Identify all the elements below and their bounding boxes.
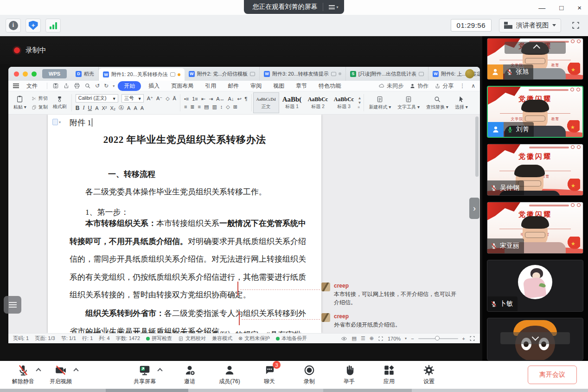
- superscript-button[interactable]: X²: [102, 105, 107, 111]
- comment-card-1[interactable]: creep 本市转接，可以网上转接，不开介绍信，也可以开介绍信。: [321, 283, 466, 307]
- style-heading3[interactable]: AaBbCc 标题 3: [331, 92, 357, 113]
- unmute-button[interactable]: 解除静音: [11, 364, 35, 386]
- invite-button[interactable]: 邀请: [178, 364, 202, 386]
- zoom-out-button[interactable]: −: [411, 336, 414, 341]
- document-area[interactable]: ▾ 附件 1 2022 年毕业生党员组织关系转移办法 一、转移流程 各二级党委具…: [8, 115, 480, 333]
- close-button[interactable]: ×: [577, 4, 582, 12]
- align-center-button[interactable]: ≣: [190, 104, 194, 110]
- menu-mailings[interactable]: 邮件: [224, 81, 243, 91]
- zoom-slider-knob[interactable]: [435, 336, 440, 341]
- export-icon[interactable]: [63, 83, 70, 89]
- style-heading2[interactable]: AaBbCc 标题 2: [305, 92, 331, 113]
- eye-protect-icon[interactable]: [341, 335, 347, 342]
- wps-fullscreen-icon[interactable]: [469, 335, 475, 341]
- apps-button[interactable]: 应用: [377, 364, 401, 386]
- video-tile-zhangxu[interactable]: 党徽闪耀 文学院2022教育 ★ 张旭: [487, 38, 583, 80]
- page-settings-icon[interactable]: ▾: [52, 119, 61, 125]
- protection-status[interactable]: ⊗文档未保护: [238, 335, 270, 342]
- shading-button[interactable]: ◇: [226, 104, 230, 110]
- settings-button[interactable]: 设置: [417, 364, 441, 386]
- web-view-icon[interactable]: ⊕: [370, 335, 374, 341]
- distribute-button[interactable]: ▥: [212, 104, 217, 110]
- print-icon[interactable]: [74, 83, 80, 89]
- menu-section[interactable]: 章节: [292, 81, 311, 91]
- sort-button[interactable]: A↓: [228, 96, 234, 102]
- select-button[interactable]: 选择 ▾: [452, 92, 471, 113]
- video-tile-bumin[interactable]: 卜敏: [487, 260, 583, 312]
- chevron-down-icon[interactable]: ▾: [113, 84, 115, 88]
- find-replace-button[interactable]: 查找替换 ▾: [423, 92, 452, 113]
- new-style-button[interactable]: 新建样式 ▾: [365, 92, 394, 113]
- network-status-button[interactable]: [45, 19, 61, 32]
- spell-check-button[interactable]: 拼写检查: [146, 335, 172, 342]
- fit-page-icon[interactable]: [378, 336, 383, 341]
- shrink-font-button[interactable]: A⁻: [156, 96, 162, 102]
- highlight-button[interactable]: A: [127, 105, 130, 111]
- tab-statistics-sheet[interactable]: S [只读]附件...出信息统计表: [346, 67, 428, 81]
- menu-review[interactable]: 审阅: [246, 81, 266, 91]
- comment-card-2[interactable]: creep 外省市必须开纸质介绍信。: [321, 313, 466, 329]
- subscript-button[interactable]: X₂: [110, 105, 116, 111]
- zoom-in-button[interactable]: +: [462, 336, 465, 341]
- chevron-down-icon[interactable]: ▾: [405, 336, 407, 341]
- paste-button[interactable]: 粘贴 ▾: [10, 92, 30, 113]
- proofing-button[interactable]: 文档校对: [178, 335, 206, 342]
- char-border-button[interactable]: A: [141, 105, 144, 111]
- menu-special-features[interactable]: 特色功能: [314, 81, 345, 91]
- sidebar-collapse-button[interactable]: ›: [469, 198, 479, 219]
- undo-icon[interactable]: ↺: [95, 83, 100, 89]
- scroll-down-tiles-button[interactable]: [500, 332, 570, 344]
- watching-banner[interactable]: 您正在观看刘菁的屏幕 ▾: [244, 0, 344, 14]
- outline-view-icon[interactable]: ☰: [361, 335, 365, 341]
- copy-button[interactable]: 复制: [32, 104, 48, 110]
- underline-button[interactable]: U: [88, 105, 92, 111]
- zoom-slider[interactable]: [418, 338, 458, 339]
- show-marks-button[interactable]: ¶: [245, 96, 248, 102]
- account-avatar[interactable]: [465, 69, 474, 78]
- sync-status[interactable]: 未同步: [378, 82, 403, 90]
- phonetic-guide-button[interactable]: Ä: [173, 96, 176, 101]
- align-right-button[interactable]: ≡: [198, 104, 201, 109]
- video-tile-songyali[interactable]: 党徽闪耀 毕业生党员教育 ★ 宋亚丽: [487, 202, 583, 254]
- raise-hand-button[interactable]: 举手: [337, 364, 361, 386]
- numbered-list-button[interactable]: 1≡: [192, 96, 198, 102]
- cut-button[interactable]: 剪切: [32, 95, 48, 102]
- text-tools-button[interactable]: 文字工具 ▾: [394, 92, 423, 113]
- text-direction-button[interactable]: ↩: [237, 96, 241, 102]
- agenda-float-button[interactable]: [4, 296, 21, 314]
- decrease-indent-button[interactable]: ⇤: [201, 96, 205, 102]
- view-mode-selector[interactable]: 演讲者视图: [499, 19, 561, 32]
- maximize-button[interactable]: □: [559, 4, 563, 12]
- minimize-button[interactable]: —: [538, 4, 545, 12]
- document-scrollbar[interactable]: [475, 116, 479, 177]
- menu-references[interactable]: 引用: [201, 81, 220, 91]
- fullscreen-button[interactable]: [569, 19, 582, 32]
- menu-file[interactable]: 文件: [22, 81, 42, 91]
- mac-zoom-icon[interactable]: [32, 71, 37, 77]
- leave-meeting-button[interactable]: 离开会议: [528, 366, 577, 384]
- menu-home[interactable]: 开始: [118, 81, 141, 91]
- collapse-tiles-button[interactable]: [505, 42, 566, 54]
- style-heading1[interactable]: AaBb( 标题 1: [279, 92, 305, 113]
- document-page[interactable]: ▾ 附件 1 2022 年毕业生党员组织关系转移办法 一、转移流程 各二级党委具…: [48, 115, 321, 333]
- page-view-icon[interactable]: ▤: [352, 335, 356, 341]
- share-screen-button[interactable]: 共享屏幕: [133, 364, 157, 386]
- record-button[interactable]: 录制: [297, 364, 321, 386]
- menu-insert[interactable]: 插入: [144, 81, 164, 91]
- tab-attachment-3[interactable]: W 附件3: 20...转移友情提示: [260, 67, 346, 81]
- start-video-button[interactable]: 开启视频: [49, 364, 73, 386]
- print-preview-icon[interactable]: [84, 83, 91, 89]
- security-button[interactable]: +: [26, 19, 41, 32]
- font-size-select[interactable]: 三号▾: [121, 94, 144, 103]
- mac-close-icon[interactable]: [14, 71, 19, 77]
- justify-button[interactable]: ▤: [204, 104, 209, 110]
- menu-page-layout[interactable]: 页面布局: [167, 81, 198, 91]
- bullet-list-button[interactable]: •≡: [184, 96, 189, 102]
- line-spacing-button[interactable]: ↕: [220, 104, 223, 109]
- italic-button[interactable]: I: [83, 104, 84, 111]
- video-options-caret[interactable]: [73, 368, 78, 373]
- collaborate-button[interactable]: 协作: [409, 82, 428, 90]
- more-menu-icon[interactable]: ⋮: [460, 83, 465, 89]
- style-gallery-arrows[interactable]: ▲▼≡: [357, 92, 363, 113]
- collapse-ribbon-icon[interactable]: ∧: [471, 83, 475, 89]
